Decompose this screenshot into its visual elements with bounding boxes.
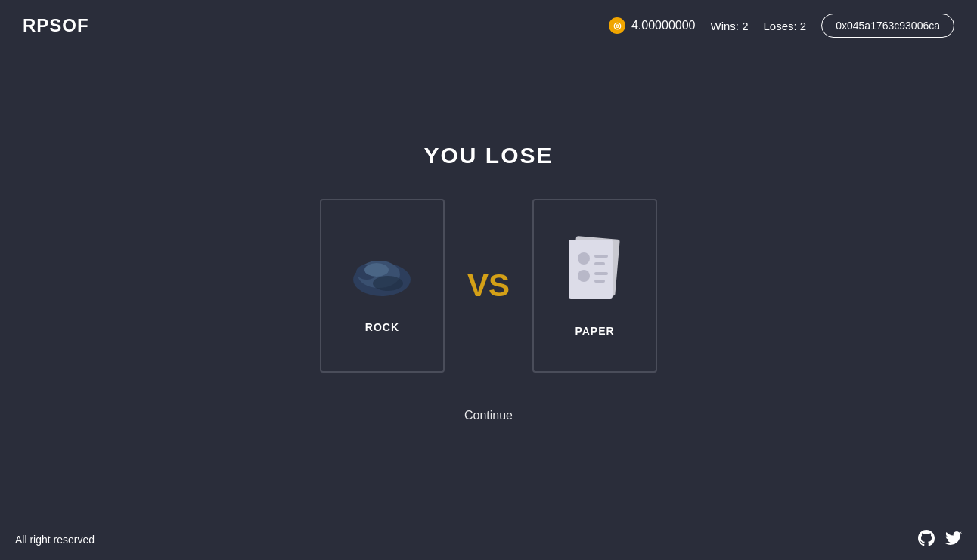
opponent-choice-card: PAPER <box>532 199 657 373</box>
wins-stat: Wins: 2 <box>710 20 748 32</box>
navbar-right: ◎ 4.00000000 Wins: 2 Loses: 2 0x045a1763… <box>609 14 954 38</box>
paper-icon <box>561 234 629 310</box>
svg-rect-12 <box>594 280 605 283</box>
twitter-icon[interactable] <box>945 530 962 549</box>
footer-social-icons <box>918 530 962 549</box>
player-choice-label: ROCK <box>365 321 399 333</box>
app-logo: RPSOF <box>23 15 89 36</box>
balance-value: 4.00000000 <box>631 19 696 32</box>
coin-icon: ◎ <box>609 17 625 34</box>
player-choice-card: ROCK <box>320 199 445 373</box>
continue-button[interactable]: Continue <box>449 403 528 429</box>
main-content: YOU LOSE ROCK <box>0 51 977 519</box>
loses-stat: Loses: 2 <box>763 20 806 32</box>
wallet-address-button[interactable]: 0x045a1763c93006ca <box>821 14 954 38</box>
opponent-choice-label: PAPER <box>575 325 614 337</box>
svg-rect-6 <box>569 240 613 299</box>
coin-balance: ◎ 4.00000000 <box>609 17 696 34</box>
svg-point-7 <box>578 252 590 265</box>
footer: All right reserved <box>0 519 977 560</box>
vs-text: VS <box>445 268 532 304</box>
svg-point-10 <box>578 270 590 282</box>
rock-icon <box>348 238 416 306</box>
svg-point-3 <box>364 263 389 277</box>
game-area: ROCK VS <box>320 199 657 373</box>
svg-rect-11 <box>594 272 608 275</box>
footer-copyright: All right reserved <box>15 534 95 546</box>
svg-rect-9 <box>594 262 605 265</box>
github-icon[interactable] <box>918 530 935 549</box>
svg-point-4 <box>373 276 403 291</box>
navbar: RPSOF ◎ 4.00000000 Wins: 2 Loses: 2 0x04… <box>0 0 977 51</box>
result-title: YOU LOSE <box>423 143 553 169</box>
svg-rect-8 <box>594 255 608 258</box>
